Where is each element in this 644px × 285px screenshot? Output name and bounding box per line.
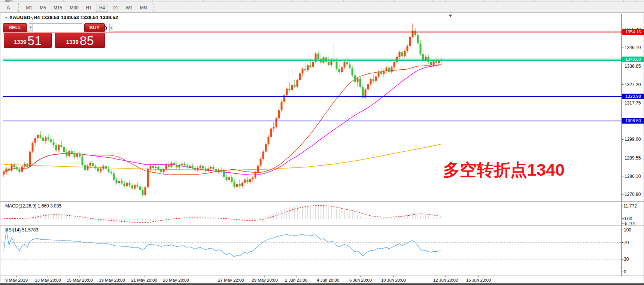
candle-body [307,65,309,70]
buy-button[interactable]: BUY [84,23,105,32]
candle-body [388,67,390,72]
chart-text-annotation: 多空转折点1340 [443,159,565,181]
candle-body [66,152,68,156]
timeframe-button-d1[interactable]: D1 [109,4,121,12]
candle-body [173,163,175,165]
chart-window[interactable]: 1355.401346.101336.651327.201317.751299.… [0,13,644,284]
line-series [4,206,441,223]
candle-body [349,64,351,68]
timeframe-button-mn[interactable]: MN [137,4,151,12]
chart-shift-marker[interactable] [449,15,452,17]
candle-body [147,169,149,187]
candle-body [407,46,408,51]
price-level-label: 1340.00 [622,57,644,62]
candle-body [129,183,131,185]
candle-body [270,128,272,137]
candle-body [205,169,207,171]
timeframe-button-h1[interactable]: H1 [83,4,95,12]
volume-box: ▼ ▲ [29,23,82,32]
chart-canvas[interactable]: 1355.401346.101336.651327.201317.751299.… [0,13,644,284]
candle-body [231,177,233,182]
price-tick-label: 1289.55 [625,155,641,161]
candle-body [247,179,249,182]
candle-body [359,79,361,87]
candle-body [84,165,86,170]
candle-body [425,57,427,60]
candle-body [176,165,178,167]
timeframe-button-m30[interactable]: M30 [66,4,82,12]
candle-body [97,168,99,171]
candle-body [346,62,348,64]
macd-indicator-label: MACD(12,26,9) 1.660 3.035 [5,203,61,209]
candle-body [92,163,94,166]
volume-down-button[interactable]: ▼ [29,24,33,32]
candle-body [354,75,356,82]
candle-body [396,57,398,62]
candle-body [336,61,338,69]
candle-body [357,79,359,82]
candle-body [244,179,246,182]
candle-body [105,166,107,169]
candle-body [341,67,343,72]
toolbar-separator [18,3,20,12]
price-tick-label: 1280.10 [625,174,641,179]
candle-body [430,62,432,65]
candle-body [197,168,199,170]
price-tick-label: 1299.00 [625,137,641,142]
sell-price-display[interactable]: 1339 51 [4,33,52,48]
candle-body [124,184,125,186]
sell-price-base: 1339 [14,37,26,47]
candle-body [126,183,128,186]
time-axis-label: 12 Jun 20:00 [433,278,458,282]
candle-body [213,167,215,169]
candle-body [286,89,288,95]
time-axis-label: 23 May 20:00 [163,278,189,282]
candle-body [42,137,44,141]
symbol-title: XAUUSD-,H4 1339.53 1339.53 1339.51 1339.… [9,15,118,20]
rsi-axis-label: 100 [624,227,631,233]
candle-body [202,166,204,169]
chart-symbol-header: ▲XAUUSD-,H4 1339.53 1339.53 1339.51 1339… [4,15,118,20]
candle-body [19,169,21,172]
candle-body [184,164,186,166]
candle-body [221,170,222,171]
sell-button[interactable]: SELL [3,23,27,32]
timeframe-button-h4[interactable]: H4 [96,4,108,12]
candle-body [150,166,152,169]
timeframe-button-m15[interactable]: M15 [50,4,66,12]
timeframe-button-m5[interactable]: M5 [36,4,49,12]
candle-body [163,169,165,172]
candle-body [268,137,270,144]
grid-icon[interactable]: ▦F [3,0,14,3]
candle-body [294,85,296,87]
candle-body [373,79,374,81]
candle-body [312,62,314,67]
timeframe-button-m1[interactable]: M1 [23,4,36,12]
candle-body [27,164,28,167]
candle-body [297,80,298,87]
candle-body [69,151,70,157]
candle-body [181,164,183,165]
candle-body [409,37,411,46]
sell-price-pips: 51 [27,34,42,47]
candle-body [412,31,414,37]
volume-up-button[interactable]: ▲ [109,24,113,32]
time-axis-label: 19 May 23:00 [99,278,125,282]
buy-price-display[interactable]: 1339 85 [55,33,105,48]
candle-body [435,61,437,63]
candle-body [289,89,291,90]
collapse-triangle-icon[interactable]: ▲ [4,16,7,19]
letter-a-icon[interactable]: A [3,3,14,12]
candle-body [103,166,104,169]
buy-price-base: 1339 [66,37,78,47]
candle-body [8,169,10,171]
candle-body [63,147,65,152]
candle-body [207,169,209,171]
candle-body [239,184,241,186]
candle-body [79,154,81,157]
candle-body [276,118,277,127]
candle-body [21,167,23,172]
timeframe-button-w1[interactable]: W1 [122,4,136,12]
candle-body [265,144,267,152]
window-bottom-edge [0,284,644,285]
